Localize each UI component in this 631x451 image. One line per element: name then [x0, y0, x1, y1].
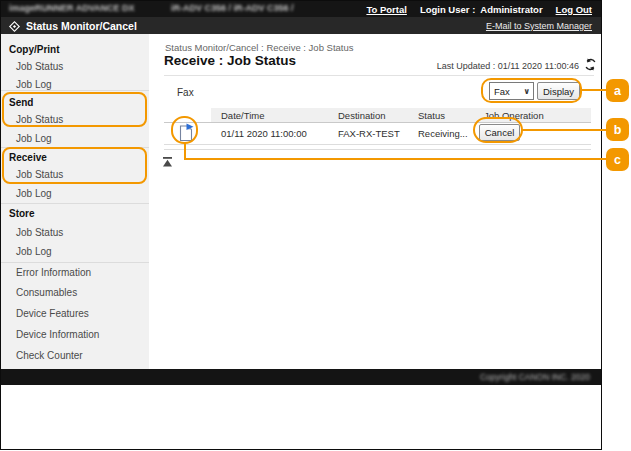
title-divider: [164, 75, 594, 76]
last-updated-text: Last Updated : 01/11 2020 11:00:46: [437, 61, 579, 71]
sidebar-divider: [1, 203, 149, 204]
callout-outline-receive: [2, 147, 147, 184]
sidebar-item-store-job-status[interactable]: Job Status: [1, 224, 149, 240]
login-user: Login User : Administrator: [420, 4, 543, 15]
device-name-redacted: imageRUNNER ADVANCE DX: [9, 3, 135, 13]
sidebar-item-device-information[interactable]: Device Information: [1, 326, 149, 342]
to-portal-link[interactable]: To Portal: [366, 4, 406, 15]
sidebar-item-copyprint-job-status[interactable]: Job Status: [1, 58, 149, 74]
breadcrumb[interactable]: Status Monitor/Cancel : Receive : Job St…: [165, 42, 354, 53]
sidebar-item-consumables[interactable]: Consumables: [1, 284, 149, 300]
sidebar: Copy/Print Job Status Job Log Send Job S…: [1, 34, 149, 369]
cell-status: Receiving...: [418, 128, 468, 139]
cell-datetime: 01/11 2020 11:00:00: [221, 128, 307, 139]
footer-bar: Copyright CANON INC. 2020: [1, 369, 601, 385]
callout-line-b: [522, 129, 607, 131]
log-out-link[interactable]: Log Out: [556, 4, 592, 15]
cell-destination: FAX-RX-TEST: [338, 128, 400, 139]
back-to-top-icon[interactable]: [162, 153, 173, 171]
remote-ui-window: imageRUNNER ADVANCE DX iR-ADV C356 / iR-…: [0, 0, 602, 450]
callout-line-c-horizontal: [184, 158, 607, 160]
sidebar-item-send-job-log[interactable]: Job Log: [1, 130, 149, 146]
sidebar-item-store-job-log[interactable]: Job Log: [1, 243, 149, 259]
sidebar-item-copyprint-job-log[interactable]: Job Log: [1, 76, 149, 92]
table-row-border: [164, 144, 591, 145]
copyright-redacted: Copyright CANON INC. 2020: [480, 372, 590, 382]
page-title: Receive : Job Status: [164, 53, 296, 68]
table-bottom-border: [164, 149, 591, 150]
table-header-border: [164, 122, 591, 123]
col-header-datetime: Date/Time: [221, 110, 264, 121]
callout-outline-send: [2, 92, 147, 127]
login-user-value: Administrator: [480, 4, 542, 15]
callout-badge-a: a: [606, 79, 629, 102]
callout-badge-c: c: [606, 148, 629, 171]
callout-line-a: [581, 89, 607, 91]
sidebar-item-check-counter[interactable]: Check Counter: [1, 347, 149, 363]
sidebar-divider: [1, 262, 149, 263]
sidebar-item-receive-job-log[interactable]: Job Log: [1, 185, 149, 201]
callout-outline-doc-icon: [171, 116, 198, 144]
top-links: To Portal Login User : Administrator Log…: [366, 1, 592, 17]
login-user-label: Login User :: [420, 4, 475, 15]
manual-figure: imageRUNNER ADVANCE DX iR-ADV C356 / iR-…: [0, 0, 631, 451]
callout-outline-cancel: [473, 117, 523, 143]
top-bar: imageRUNNER ADVANCE DX iR-ADV C356 / iR-…: [1, 1, 601, 17]
col-header-destination: Destination: [338, 110, 386, 121]
sidebar-group-store: Store: [1, 205, 149, 221]
callout-badge-b: b: [606, 118, 629, 141]
email-system-manager-link[interactable]: E-Mail to System Manager: [486, 17, 592, 34]
last-updated-row: Last Updated : 01/11 2020 11:00:46: [301, 57, 597, 75]
col-header-status: Status: [418, 110, 445, 121]
job-type-label: Fax: [177, 87, 194, 98]
callout-outline-filter: [481, 78, 582, 103]
refresh-icon[interactable]: [584, 57, 597, 75]
app-title: Status Monitor/Cancel: [26, 17, 137, 34]
sidebar-group-copy-print: Copy/Print: [1, 41, 149, 57]
device-model-redacted: iR-ADV C356 / iR-ADV C356 /: [171, 3, 294, 13]
sidebar-item-error-information[interactable]: Error Information: [1, 264, 149, 280]
sidebar-item-device-features[interactable]: Device Features: [1, 305, 149, 321]
app-bar: Status Monitor/Cancel E-Mail to System M…: [1, 17, 601, 34]
